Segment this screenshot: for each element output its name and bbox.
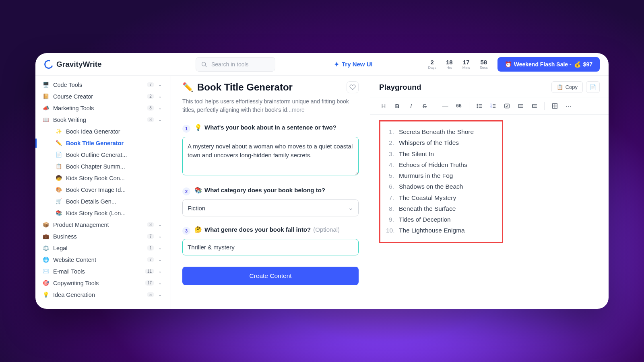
checklist-button[interactable] <box>501 100 513 112</box>
result-item[interactable]: 9.Tides of Deception <box>386 214 496 225</box>
try-new-ui-link[interactable]: ✦ Try New UI <box>334 61 373 68</box>
strike-button[interactable]: S <box>419 100 431 112</box>
italic-button[interactable]: I <box>405 100 417 112</box>
q1-label: What's your book about in a sentence or … <box>204 124 336 131</box>
results-list: 1.Secrets Beneath the Shore2.Whispers of… <box>386 126 496 236</box>
sidebar-item[interactable]: 🧒Kids Story Book Con... <box>52 172 171 184</box>
question-2: 2 📚What category does your book belong t… <box>182 187 359 216</box>
count-badge: 3 <box>147 222 154 227</box>
count-badge: 5 <box>147 292 154 297</box>
bold-button[interactable]: B <box>391 100 403 112</box>
playground-body[interactable]: 1.Secrets Beneath the Shore2.Whispers of… <box>370 115 609 309</box>
count-badge: 2 <box>147 94 154 99</box>
outdent-button[interactable] <box>514 100 526 112</box>
search-icon <box>201 61 207 68</box>
logo[interactable]: GravityWrite <box>44 60 125 69</box>
item-icon: 🌐 <box>43 257 49 263</box>
table-button[interactable] <box>549 100 561 112</box>
item-label: Book Idea Generator <box>66 128 162 135</box>
indent-button[interactable] <box>528 100 540 112</box>
result-item[interactable]: 8.Beneath the Surface <box>386 203 496 214</box>
result-item[interactable]: 10.The Lighthouse Enigma <box>386 225 496 236</box>
export-button[interactable]: 📄 <box>586 81 600 93</box>
sidebar-item[interactable]: 🖥️Code Tools7⌄ <box>35 79 171 90</box>
category-select[interactable]: Fiction ⌄ <box>182 200 359 216</box>
sidebar-item[interactable]: 🛒Book Details Gen... <box>52 195 171 207</box>
sidebar-item[interactable]: 🌐Website Content7⌄ <box>35 254 171 265</box>
money-icon: 💰 <box>574 61 581 68</box>
ordered-list-button[interactable]: 123 <box>487 100 499 112</box>
item-label: Book Outline Generat... <box>66 152 162 158</box>
sidebar-item[interactable]: ⚖️Legal1⌄ <box>35 242 171 254</box>
count-badge: 11 <box>145 269 154 274</box>
chevron-down-icon: ⌄ <box>158 82 162 87</box>
result-item[interactable]: 5.Murmurs in the Fog <box>386 170 496 181</box>
chevron-down-icon: ⌄ <box>158 105 162 111</box>
sidebar-item[interactable]: 📖Book Writing8⌄ <box>35 114 171 125</box>
result-item[interactable]: 1.Secrets Beneath the Shore <box>386 126 496 137</box>
search-input[interactable]: Search in tools <box>196 57 275 72</box>
item-label: Business <box>53 233 143 240</box>
sidebar-item[interactable]: 📄Book Outline Generat... <box>52 149 171 160</box>
q3-label: What genre does your book fall into? <box>204 226 311 233</box>
item-icon: 📦 <box>43 222 49 228</box>
count-badge: 8 <box>147 117 154 122</box>
flash-sale-button[interactable]: ⏰ Weekend Flash Sale - 💰 $97 <box>497 57 600 72</box>
sidebar-item[interactable]: 📚Kids Story Book (Lon... <box>52 207 171 219</box>
item-label: Course Creator <box>53 93 143 100</box>
quote-button[interactable]: 66 <box>453 100 465 112</box>
sidebar-item[interactable]: 💼Business7⌄ <box>35 230 171 242</box>
count-badge: 7 <box>147 234 154 239</box>
sidebar-item[interactable]: ✉️E-mail Tools11⌄ <box>35 265 171 277</box>
sidebar[interactable]: 🖥️Code Tools7⌄📔Course Creator2⌄📣Marketin… <box>35 76 171 309</box>
create-content-button[interactable]: Create Content <box>182 267 359 285</box>
result-item[interactable]: 3.The Silent In <box>386 148 496 159</box>
question-1: 1 💡What's your book about in a sentence … <box>182 124 359 177</box>
count-badge: 1 <box>147 245 154 251</box>
result-item[interactable]: 2.Whispers of the Tides <box>386 137 496 148</box>
playground-panel: Playground 📋 Copy 📄 H B I <box>370 76 609 309</box>
sidebar-item[interactable]: 📔Course Creator2⌄ <box>35 90 171 102</box>
result-item[interactable]: 6.Shadows on the Beach <box>386 181 496 192</box>
item-icon: ✉️ <box>43 268 49 274</box>
sidebar-item[interactable]: ✨Book Idea Generator <box>52 125 171 137</box>
book-about-input[interactable] <box>182 137 359 175</box>
playground-title: Playground <box>379 83 421 92</box>
item-icon: ✏️ <box>56 140 62 146</box>
more-button[interactable]: ⋯ <box>562 100 574 112</box>
heading-button[interactable]: H <box>378 100 390 112</box>
item-icon: 🧒 <box>56 175 62 181</box>
bulb-icon: 💡 <box>194 124 202 131</box>
svg-rect-14 <box>504 104 509 108</box>
chevron-down-icon: ⌄ <box>158 292 162 297</box>
result-item[interactable]: 7.The Coastal Mystery <box>386 192 496 203</box>
more-link[interactable]: ...more <box>287 107 305 113</box>
genre-input[interactable] <box>182 239 359 255</box>
copy-button[interactable]: 📋 Copy <box>551 81 583 93</box>
sidebar-item[interactable]: 🎯Copywriting Tools17⌄ <box>35 277 171 289</box>
sidebar-item[interactable]: 💡Idea Generation5⌄ <box>35 289 171 300</box>
sidebar-item[interactable]: ✏️Book Title Generator <box>52 137 171 149</box>
sidebar-item[interactable]: 📋Book Chapter Summ... <box>52 160 171 172</box>
sidebar-item[interactable]: 🎨Book Cover Image Id... <box>52 184 171 195</box>
item-icon: 🎯 <box>43 280 49 286</box>
try-new-label: Try New UI <box>342 61 373 68</box>
books-icon: 📚 <box>194 187 202 194</box>
hr-button[interactable]: — <box>439 100 451 112</box>
tool-description: This tool helps users effortlessly brain… <box>182 97 359 114</box>
bullet-list-button[interactable] <box>473 100 485 112</box>
svg-point-7 <box>477 107 477 108</box>
main: ✏️ Book Title Generator This tool helps … <box>171 76 609 309</box>
category-value: Fiction <box>188 205 205 212</box>
sidebar-item[interactable]: 📦Product Management3⌄ <box>35 219 171 230</box>
app-window: GravityWrite Search in tools ✦ Try New U… <box>35 53 609 309</box>
form-panel: ✏️ Book Title Generator This tool helps … <box>171 76 370 309</box>
item-label: Book Title Generator <box>66 140 162 146</box>
favorite-button[interactable] <box>347 81 359 93</box>
item-label: E-mail Tools <box>53 268 141 275</box>
sidebar-item[interactable]: 📣Marketing Tools8⌄ <box>35 102 171 114</box>
result-item[interactable]: 4.Echoes of Hidden Truths <box>386 159 496 170</box>
item-icon: 📚 <box>56 210 62 216</box>
playground-header: Playground 📋 Copy 📄 <box>370 76 609 97</box>
item-label: Website Content <box>53 257 143 263</box>
